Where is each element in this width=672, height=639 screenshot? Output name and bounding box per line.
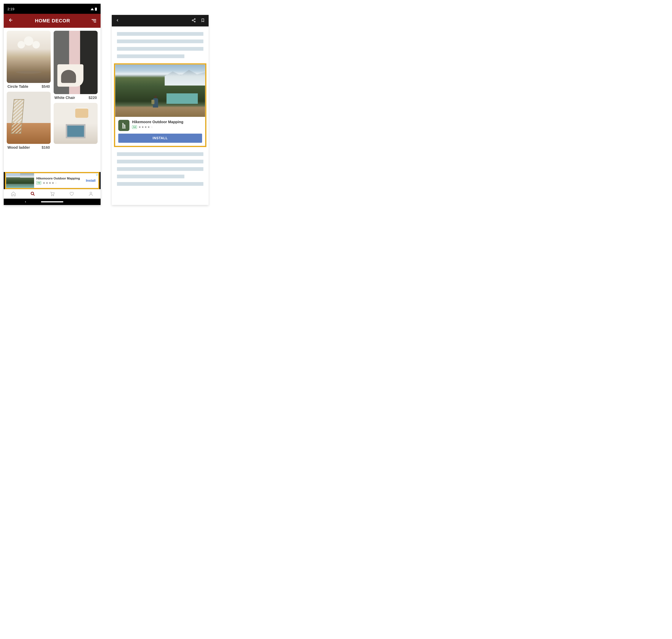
star-icon: ★ bbox=[49, 181, 51, 185]
banner-ad-highlight: ▷ Hikemoore Outdoor Mapping Ad ★ ★ ★ ★ ☆… bbox=[5, 172, 99, 189]
phone-home-decor: 2:19 HOME DECOR Circle Table $540 bbox=[4, 4, 100, 205]
ad-title: Hikemoore Outdoor Mapping bbox=[132, 120, 183, 124]
text-line bbox=[117, 32, 203, 36]
star-icon: ★ bbox=[46, 181, 48, 185]
filter-icon[interactable] bbox=[92, 19, 96, 22]
status-time: 2:19 bbox=[7, 7, 14, 11]
product-card[interactable]: White Chair $220 bbox=[54, 31, 98, 100]
home-icon[interactable] bbox=[11, 191, 16, 197]
text-line bbox=[117, 175, 185, 178]
system-nav bbox=[4, 199, 100, 205]
inline-ad[interactable]: ▷ h Hikemoore Outdoor Mapping Ad ★ bbox=[115, 64, 205, 146]
star-empty-icon: ☆ bbox=[150, 125, 153, 129]
ad-thumbnail bbox=[6, 173, 34, 188]
hiker-figure bbox=[153, 98, 158, 108]
product-card[interactable]: Circle Table $540 bbox=[7, 31, 51, 89]
svg-point-0 bbox=[31, 192, 34, 195]
star-icon: ★ bbox=[52, 181, 54, 185]
product-card[interactable] bbox=[54, 103, 98, 144]
product-name: Circle Table bbox=[7, 84, 28, 89]
text-line bbox=[117, 54, 185, 58]
cart-icon[interactable] bbox=[50, 191, 55, 197]
search-icon[interactable] bbox=[30, 191, 35, 197]
banner-ad[interactable]: ▷ Hikemoore Outdoor Mapping Ad ★ ★ ★ ★ ☆… bbox=[6, 173, 98, 188]
product-image bbox=[54, 103, 98, 144]
adchoices-icon[interactable]: ▷ bbox=[96, 173, 98, 176]
text-line bbox=[117, 160, 203, 163]
star-rating: ★ ★ ★ ★ ☆ bbox=[139, 125, 153, 129]
article-body[interactable]: ▷ h Hikemoore Outdoor Mapping Ad ★ bbox=[112, 27, 209, 189]
star-icon: ★ bbox=[141, 125, 144, 129]
product-image bbox=[7, 31, 51, 83]
product-grid[interactable]: Circle Table $540 Wood ladder $160 White… bbox=[4, 28, 100, 172]
share-icon[interactable] bbox=[191, 18, 196, 23]
product-price: $540 bbox=[42, 84, 50, 89]
product-name: Wood ladder bbox=[7, 145, 30, 150]
svg-point-2 bbox=[53, 195, 54, 196]
wifi-icon bbox=[91, 8, 94, 10]
text-line bbox=[117, 167, 203, 171]
text-line bbox=[117, 40, 203, 43]
star-icon: ★ bbox=[144, 125, 147, 129]
article-header bbox=[112, 15, 209, 27]
ad-badge: Ad bbox=[132, 125, 137, 129]
install-button[interactable]: Install bbox=[86, 179, 98, 183]
phone-article: ▷ h Hikemoore Outdoor Mapping Ad ★ bbox=[112, 15, 209, 205]
bottom-nav bbox=[4, 189, 100, 199]
product-card[interactable]: Wood ladder $160 bbox=[7, 92, 51, 150]
star-empty-icon: ☆ bbox=[54, 181, 57, 185]
ad-badge: Ad bbox=[36, 181, 41, 185]
profile-icon[interactable] bbox=[88, 191, 94, 197]
page-title: HOME DECOR bbox=[35, 18, 70, 24]
product-image bbox=[54, 31, 98, 94]
back-arrow-icon[interactable] bbox=[8, 17, 13, 24]
app-header: HOME DECOR bbox=[4, 14, 100, 28]
text-line bbox=[117, 47, 203, 51]
inline-ad-highlight: ▷ h Hikemoore Outdoor Mapping Ad ★ bbox=[114, 63, 206, 147]
star-icon: ★ bbox=[139, 125, 141, 129]
heart-icon[interactable] bbox=[69, 191, 74, 197]
star-icon: ★ bbox=[147, 125, 150, 129]
product-image bbox=[7, 92, 51, 144]
status-bar: 2:19 bbox=[4, 4, 100, 14]
battery-icon bbox=[95, 7, 97, 11]
install-button[interactable]: INSTALL bbox=[118, 134, 202, 143]
text-line bbox=[117, 152, 203, 156]
ad-title: Hikemoore Outdoor Mapping bbox=[36, 177, 84, 181]
star-icon: ★ bbox=[43, 181, 45, 185]
app-icon: h bbox=[118, 120, 129, 131]
star-rating: ★ ★ ★ ★ ☆ bbox=[43, 181, 57, 185]
product-price: $160 bbox=[42, 145, 50, 150]
home-pill-icon[interactable] bbox=[41, 201, 63, 202]
text-line bbox=[117, 182, 203, 186]
product-name: White Chair bbox=[54, 96, 75, 100]
svg-point-1 bbox=[51, 195, 52, 196]
product-price: $220 bbox=[89, 96, 97, 100]
system-back-icon[interactable] bbox=[24, 200, 27, 204]
status-icons bbox=[91, 7, 97, 11]
bookmark-icon[interactable] bbox=[201, 18, 205, 24]
ad-hero-image bbox=[115, 65, 205, 117]
svg-point-3 bbox=[90, 192, 92, 194]
back-chevron-icon[interactable] bbox=[115, 18, 119, 23]
